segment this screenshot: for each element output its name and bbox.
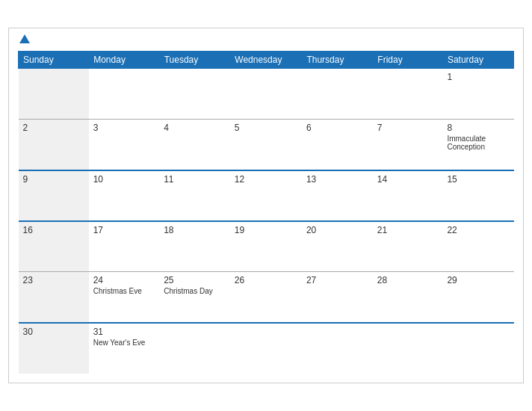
day-number: 28 [377,275,439,285]
weekday-monday: Monday [89,52,159,69]
day-number: 6 [306,123,368,133]
calendar: SundayMondayTuesdayWednesdayThursdayFrid… [8,28,524,383]
weekday-wednesday: Wednesday [230,52,302,69]
calendar-cell: 28 [373,272,443,323]
day-number: 16 [23,225,84,235]
day-number: 31 [93,327,155,337]
calendar-cell [230,323,302,374]
calendar-cell: 16 [19,221,89,272]
weekday-tuesday: Tuesday [159,52,230,69]
calendar-cell: 19 [230,221,302,272]
day-number: 4 [164,123,226,133]
day-number: 1 [447,72,509,82]
calendar-cell: 17 [89,221,159,272]
calendar-row: 16171819202122 [19,221,514,272]
calendar-table: SundayMondayTuesdayWednesdayThursdayFrid… [18,51,514,374]
calendar-cell: 7 [373,120,443,170]
day-number: 3 [93,123,155,133]
calendar-cell: 20 [302,221,373,272]
day-number: 23 [23,275,84,285]
day-number: 14 [377,174,439,185]
day-number: 19 [235,225,297,235]
calendar-cell: 10 [89,170,159,221]
day-number: 15 [447,174,509,185]
calendar-cell: 31New Year's Eve [89,323,159,374]
calendar-cell: 2 [19,120,89,170]
calendar-cell: 9 [19,170,89,221]
calendar-cell [19,69,89,120]
calendar-row: 3031New Year's Eve [19,323,514,374]
day-number: 21 [377,225,439,235]
day-number: 9 [23,174,84,185]
calendar-cell: 6 [302,120,373,170]
holiday-label: Christmas Eve [93,287,155,295]
calendar-cell: 24Christmas Eve [89,272,159,323]
calendar-cell: 12 [230,170,302,221]
day-number: 17 [93,225,155,235]
day-number: 25 [164,275,226,285]
day-number: 7 [377,123,439,133]
calendar-header [18,36,514,45]
calendar-cell: 8Immaculate Conception [442,120,513,170]
weekday-saturday: Saturday [442,52,513,69]
calendar-cell [89,69,159,120]
calendar-cell: 26 [230,272,302,323]
day-number: 27 [306,275,368,285]
logo-triangle-icon [19,34,30,43]
weekday-thursday: Thursday [302,52,373,69]
calendar-row: 1 [19,69,514,120]
calendar-cell: 3 [89,120,159,170]
calendar-cell: 14 [373,170,443,221]
calendar-cell [373,323,443,374]
day-number: 18 [164,225,226,235]
weekday-friday: Friday [373,52,443,69]
day-number: 11 [164,174,226,185]
calendar-cell [302,69,373,120]
holiday-label: New Year's Eve [93,339,155,347]
calendar-cell [230,69,302,120]
day-number: 24 [93,275,155,285]
holiday-label: Christmas Day [164,287,226,295]
calendar-cell: 15 [442,170,513,221]
calendar-cell: 30 [19,323,89,374]
day-number: 13 [306,174,368,185]
day-number: 29 [447,275,509,285]
calendar-cell: 11 [159,170,230,221]
calendar-cell [302,323,373,374]
day-number: 10 [93,174,155,185]
weekday-header-row: SundayMondayTuesdayWednesdayThursdayFrid… [19,52,514,69]
calendar-cell: 27 [302,272,373,323]
day-number: 8 [447,123,509,133]
calendar-cell: 29 [442,272,513,323]
weekday-sunday: Sunday [19,52,89,69]
calendar-cell: 13 [302,170,373,221]
logo [18,36,30,45]
day-number: 5 [235,123,297,133]
calendar-cell [373,69,443,120]
day-number: 20 [306,225,368,235]
calendar-cell: 23 [19,272,89,323]
calendar-cell: 25Christmas Day [159,272,230,323]
calendar-cell [442,323,513,374]
calendar-cell: 18 [159,221,230,272]
day-number: 30 [23,327,84,337]
calendar-cell [159,69,230,120]
calendar-cell: 21 [373,221,443,272]
day-number: 12 [235,174,297,185]
calendar-row: 2324Christmas Eve25Christmas Day26272829 [19,272,514,323]
calendar-row: 2345678Immaculate Conception [19,120,514,170]
calendar-cell: 22 [442,221,513,272]
day-number: 2 [23,123,84,133]
calendar-row: 9101112131415 [19,170,514,221]
calendar-cell: 5 [230,120,302,170]
day-number: 26 [235,275,297,285]
day-number: 22 [447,225,509,235]
calendar-cell: 1 [442,69,513,120]
calendar-cell [159,323,230,374]
holiday-label: Immaculate Conception [447,135,509,151]
calendar-cell: 4 [159,120,230,170]
